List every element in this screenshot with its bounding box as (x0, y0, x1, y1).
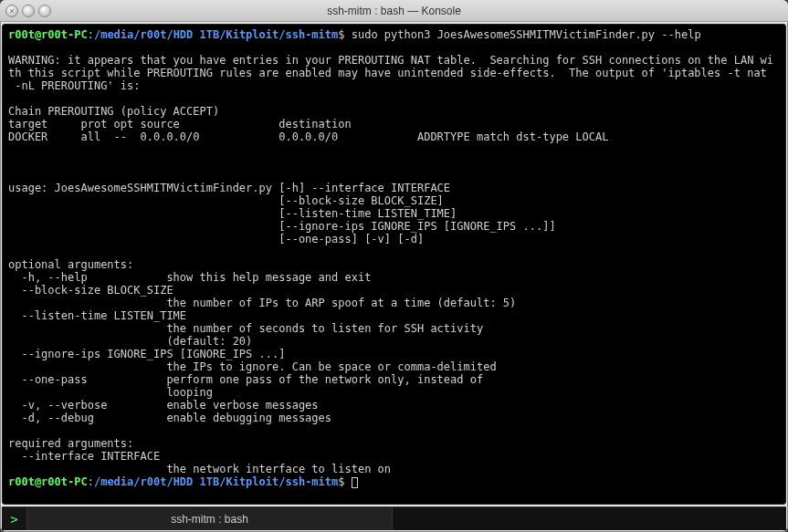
maximize-icon[interactable] (38, 5, 51, 17)
prompt-path: /media/r00t/HDD 1TB/Kitploit/ssh-mitm (94, 28, 338, 41)
prompt-path: /media/r00t/HDD 1TB/Kitploit/ssh-mitm (94, 475, 338, 488)
terminal-output: WARNING: it appears that you have entrie… (8, 54, 773, 475)
window-title: ssh-mitm : bash — Konsole (0, 5, 788, 17)
chevron-right-icon: > (10, 512, 17, 527)
konsole-window: × ssh-mitm : bash — Konsole r00t@r00t-PC… (0, 0, 788, 532)
window-buttons: × (0, 5, 51, 17)
titlebar[interactable]: × ssh-mitm : bash — Konsole (0, 0, 788, 22)
tab-label: ssh-mitm : bash (171, 513, 248, 526)
terminal-viewport[interactable]: r00t@r00t-PC:/media/r00t/HDD 1TB/Kitploi… (2, 24, 786, 505)
minimize-icon[interactable] (22, 5, 35, 17)
prompt-dollar: $ (338, 28, 344, 41)
prompt-user: r00t@r00t-PC (8, 475, 88, 488)
close-icon[interactable]: × (5, 5, 18, 17)
prompt-sep: : (88, 475, 94, 488)
command-text: sudo python3 JoesAwesomeSSHMITMVictimFin… (352, 28, 701, 41)
tabbar-empty (393, 507, 786, 530)
tab-ssh-mitm[interactable]: ssh-mitm : bash (27, 507, 393, 530)
prompt-sep: : (88, 28, 94, 41)
prompt-user: r00t@r00t-PC (8, 28, 88, 41)
prompt-dollar: $ (338, 475, 344, 488)
tab-bar: > ssh-mitm : bash (2, 506, 786, 530)
cursor-icon (352, 477, 358, 488)
new-tab-button[interactable]: > (2, 507, 27, 530)
